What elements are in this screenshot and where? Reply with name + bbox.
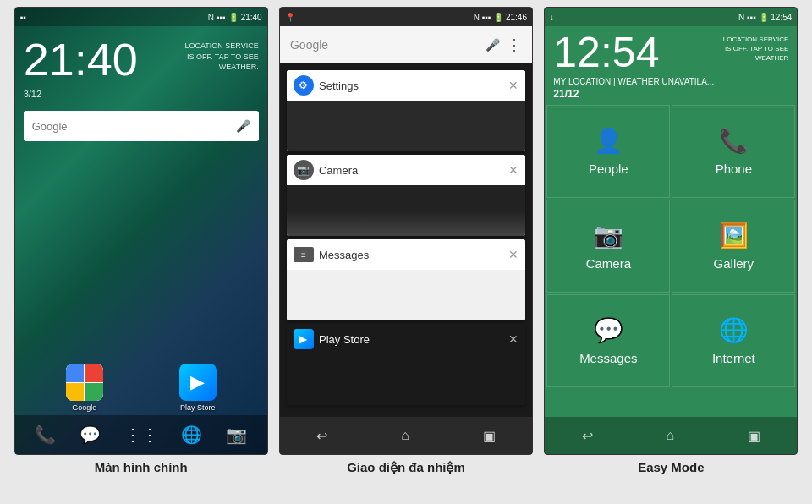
google-grid	[66, 364, 103, 401]
phone1-wrapper: ▪▪ N ▪▪▪ 🔋 21:40 21:40 LOCATION SERVICE …	[8, 7, 273, 474]
phone2-menu-icon[interactable]: ⋮	[507, 37, 522, 52]
recent-card-messages[interactable]: ≡ Messages ✕	[287, 239, 525, 320]
easy-cell-gallery[interactable]: 🖼️ Gallery	[672, 200, 795, 293]
google-app-label: Google	[72, 403, 96, 412]
internet-icon: 🌐	[719, 316, 749, 344]
recent-card-messages-header: ≡ Messages ✕	[287, 239, 525, 270]
phone1-date: 3/12	[15, 89, 267, 106]
phone2-dock: ↩ ⌂ ▣	[280, 417, 532, 454]
phone1-search-bar[interactable]: Google 🎤	[24, 111, 259, 141]
phone3-status-left: ↓	[550, 13, 554, 22]
phone1-dock-camera[interactable]: 📷	[226, 425, 247, 445]
phone2-clock: 21:46	[506, 13, 527, 22]
messages-label-easy: Messages	[579, 351, 637, 365]
phone3-status-right: N ▪▪▪ 🔋 12:54	[738, 13, 792, 22]
phone1-status-left: ▪▪	[20, 13, 26, 22]
phone1-status-bar: ▪▪ N ▪▪▪ 🔋 21:40	[15, 8, 267, 26]
phone1-status-icons: ▪▪	[20, 13, 26, 22]
phone2-mic-icon[interactable]: 🎤	[486, 38, 500, 52]
recent-card-camera[interactable]: 📷 Camera ✕	[287, 155, 525, 236]
phone1-dock-globe[interactable]: 🌐	[181, 425, 202, 445]
messages-icon: ≡	[294, 247, 314, 262]
phone3-wrapper: ↓ N ▪▪▪ 🔋 12:54 12:54 LOCATION SERVICE I…	[539, 7, 804, 474]
recent-card-playstore[interactable]: ▶ Play Store ✕	[287, 324, 525, 405]
phone3-location-label: MY LOCATION | WEATHER UNAVATILA...	[545, 77, 797, 88]
phone2-search-text: Google	[290, 38, 328, 52]
phone3-dock: ↩ ⌂ ▣	[545, 417, 797, 454]
easy-cell-people[interactable]: 👤 People	[546, 105, 670, 198]
settings-close-icon[interactable]: ✕	[508, 79, 518, 92]
phone3-back-btn[interactable]: ↩	[582, 428, 593, 444]
easy-mode-grid: 👤 People 📞 Phone 📷 Camera 🖼️ Gallery	[546, 105, 795, 387]
easy-cell-internet[interactable]: 🌐 Internet	[672, 294, 795, 387]
phone3-status-bar: ↓ N ▪▪▪ 🔋 12:54	[545, 8, 797, 26]
phone1-search-text: Google	[32, 120, 68, 133]
recent-card-camera-title: 📷 Camera	[294, 160, 358, 180]
recent-card-playstore-title: ▶ Play Store	[294, 329, 370, 349]
phone1-dock-phone[interactable]: 📞	[35, 425, 56, 445]
playstore-app-icon[interactable]: ▶	[179, 364, 217, 401]
easy-cell-camera[interactable]: 📷 Camera	[546, 200, 670, 293]
phone3-nfc: N	[738, 13, 744, 22]
playstore-close-icon[interactable]: ✕	[508, 332, 518, 346]
phone3-date: 21/12	[545, 88, 797, 105]
phone1-app-icons: Google ▶ Play Store	[15, 364, 267, 412]
g-q3	[66, 383, 85, 402]
recent-card-camera-header: 📷 Camera ✕	[287, 155, 525, 185]
camera-preview	[287, 185, 525, 236]
phone2-wrapper: 📍 N ▪▪▪ 🔋 21:46 Google 🎤 ⋮	[273, 7, 538, 475]
phone2-recents-btn[interactable]: ▣	[483, 428, 496, 444]
easy-cell-messages[interactable]: 💬 Messages	[546, 294, 670, 387]
google-app-icon-group[interactable]: Google	[66, 364, 103, 412]
phone1-label: Màn hình chính	[95, 460, 188, 474]
phone2-search-bar[interactable]: Google 🎤 ⋮	[280, 26, 532, 63]
phone2-label: Giao diện đa nhiệm	[347, 460, 465, 475]
messages-icon-easy: 💬	[594, 316, 623, 344]
phone1-dock: 📞 💬 ⋮⋮ 🌐 📷	[15, 415, 267, 454]
phone1-mic-icon[interactable]: 🎤	[236, 119, 250, 133]
messages-preview	[287, 270, 525, 320]
phone2-back-btn[interactable]: ↩	[316, 428, 327, 444]
recent-card-messages-title: ≡ Messages	[294, 247, 369, 262]
camera-icon-easy: 📷	[594, 222, 623, 249]
recent-card-playstore-header: ▶ Play Store ✕	[287, 324, 525, 354]
phone1-time-display: 21:40	[24, 36, 138, 82]
phone1-dock-messages[interactable]: 💬	[80, 425, 101, 445]
playstore-app-label: Play Store	[180, 403, 216, 412]
phone3-label: Easy Mode	[638, 460, 704, 474]
camera-icon: 📷	[294, 160, 314, 180]
phone1-signal-icon: ▪▪▪	[217, 13, 226, 22]
people-icon: 👤	[594, 127, 623, 155]
recent-card-settings-title: ⚙ Settings	[294, 75, 359, 96]
settings-preview	[287, 101, 525, 151]
phone3-home-btn[interactable]: ⌂	[666, 428, 674, 443]
easy-cell-phone[interactable]: 📞 Phone	[672, 105, 795, 198]
phone2-status-left: 📍	[285, 13, 295, 22]
google-app-icon[interactable]	[66, 364, 103, 401]
phone1-battery-icon: 🔋	[228, 13, 239, 22]
phone2-home-btn[interactable]: ⌂	[401, 428, 409, 443]
settings-icon: ⚙	[294, 75, 314, 96]
phone-label: Phone	[716, 162, 752, 176]
phone2-location-icon: 📍	[285, 13, 295, 22]
phone3-battery: 🔋	[759, 13, 769, 22]
playstore-app-icon-group[interactable]: ▶ Play Store	[179, 364, 217, 412]
messages-close-icon[interactable]: ✕	[508, 248, 518, 261]
recent-apps-list: ⚙ Settings ✕ 📷 Camera ✕	[280, 63, 532, 417]
phones-container: ▪▪ N ▪▪▪ 🔋 21:40 21:40 LOCATION SERVICE …	[0, 0, 812, 475]
phone1-dock-apps[interactable]: ⋮⋮	[124, 425, 158, 445]
phone2-battery: 🔋	[493, 13, 503, 22]
phone2-status-bar: 📍 N ▪▪▪ 🔋 21:46	[280, 8, 532, 26]
phone1-location-info: LOCATION SERVICE IS OFF. TAP TO SEE WEAT…	[183, 41, 259, 73]
people-label: People	[589, 162, 628, 176]
phone1-clock: 21:40	[241, 13, 262, 22]
phone2-status-right: N ▪▪▪ 🔋 21:46	[474, 13, 527, 22]
g-q4	[85, 383, 103, 402]
phone1-status-right: N ▪▪▪ 🔋 21:40	[208, 13, 262, 22]
phone3-recents-btn[interactable]: ▣	[748, 428, 760, 444]
g-q1	[66, 364, 85, 382]
phone3-location-info: LOCATION SERVICE IS OFF. TAP TO SEE WEAT…	[716, 35, 788, 63]
phone1-clock-widget: 21:40 LOCATION SERVICE IS OFF. TAP TO SE…	[15, 26, 267, 89]
camera-close-icon[interactable]: ✕	[508, 163, 518, 177]
recent-card-settings[interactable]: ⚙ Settings ✕	[287, 70, 525, 151]
